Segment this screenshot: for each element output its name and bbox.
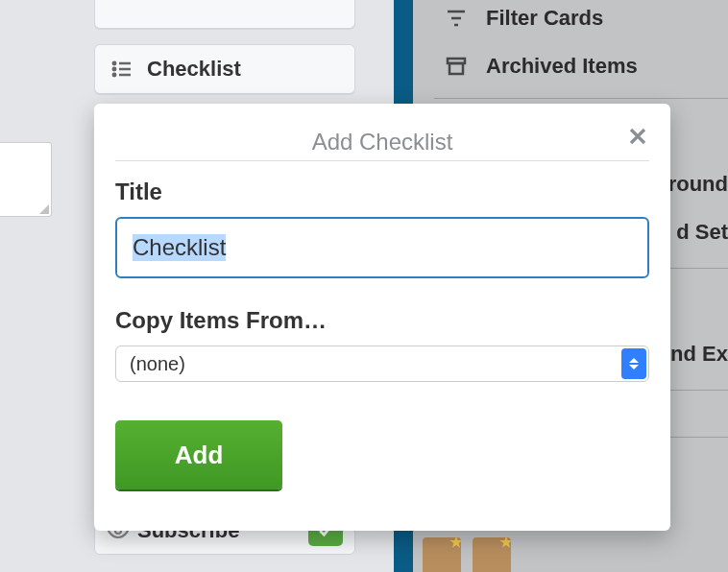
- popover-header: Add Checklist: [115, 123, 649, 161]
- copy-from-select[interactable]: (none): [115, 346, 649, 382]
- menu-item-label: Archived Items: [486, 54, 638, 79]
- svg-point-4: [113, 68, 115, 70]
- svg-point-6: [113, 74, 115, 76]
- filter-icon: [444, 6, 469, 31]
- textarea-resize-corner[interactable]: [0, 142, 52, 217]
- divider: [434, 98, 728, 99]
- title-input[interactable]: Checklist: [115, 217, 649, 278]
- add-checklist-popover: Add Checklist Title Checklist Copy Items…: [94, 104, 670, 531]
- title-input-value: Checklist: [133, 234, 226, 261]
- checklist-button[interactable]: Checklist: [94, 44, 355, 94]
- close-icon[interactable]: [626, 125, 649, 148]
- select-stepper-icon: [621, 348, 646, 379]
- copy-from-label: Copy Items From…: [115, 307, 649, 334]
- menu-item-filter-cards[interactable]: Filter Cards: [423, 0, 728, 42]
- menu-item-label: Filter Cards: [486, 6, 603, 31]
- svg-point-2: [113, 62, 115, 64]
- button-label: Checklist: [147, 57, 241, 82]
- svg-rect-1: [449, 63, 463, 74]
- avatar[interactable]: [473, 537, 511, 572]
- popover-title: Add Checklist: [312, 129, 453, 155]
- sidebar-button-stub[interactable]: [94, 0, 355, 29]
- member-avatars: [413, 537, 511, 572]
- menu-item-label: d Set: [676, 220, 728, 245]
- menu-item-archived[interactable]: Archived Items: [423, 42, 728, 90]
- add-button[interactable]: Add: [115, 420, 282, 489]
- menu-item-label: nd Ex: [670, 342, 728, 367]
- card-sidebar: Checklist: [94, 0, 355, 94]
- select-value: (none): [130, 353, 185, 375]
- avatar[interactable]: [423, 537, 461, 572]
- title-label: Title: [115, 179, 649, 205]
- archive-icon: [444, 54, 469, 79]
- list-icon: [110, 58, 133, 81]
